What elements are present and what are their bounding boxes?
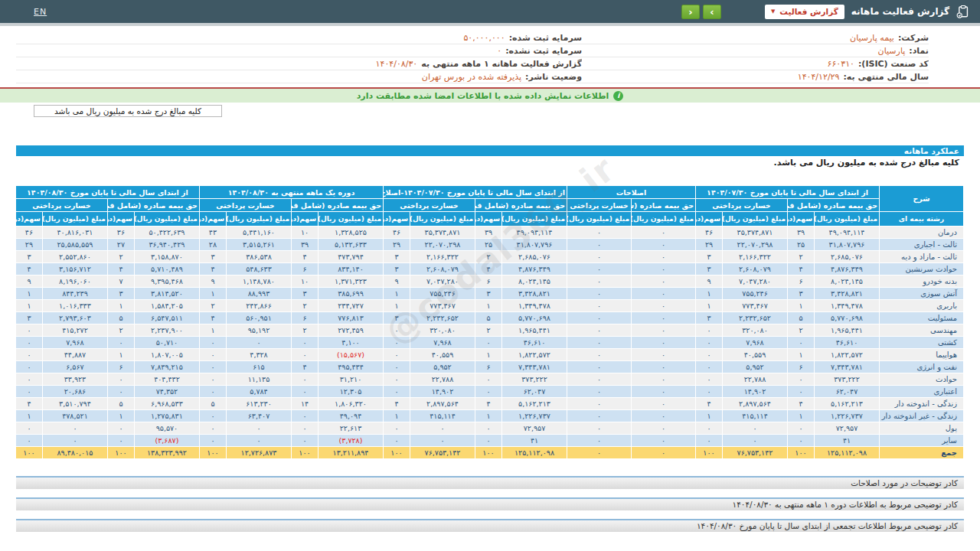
table-cell: ۰	[199, 337, 226, 349]
table-cell: ۱,۸۰۷,۰۰۵	[134, 349, 199, 361]
total-row-label: جمع	[880, 447, 964, 459]
table-cell: ۲,۸۹۷,۵۶۴	[410, 398, 475, 410]
table-cell: ۵۰,۴۲۲,۶۳۹	[134, 227, 199, 239]
table-cell: ۰	[632, 422, 696, 435]
table-cell: ۰	[15, 337, 42, 349]
language-link[interactable]: EN	[34, 7, 47, 17]
table-cell: ۰	[567, 447, 632, 459]
table-cell: ۴	[384, 398, 410, 410]
table-cell: ۰	[696, 386, 723, 398]
table-cell: ۰	[107, 337, 134, 349]
col-header-share: سهم(درصد)	[292, 212, 318, 227]
info-row: شرکت:بیمه پارسیانسرمایه ثبت شده:۵۰,۰۰۰,۰…	[16, 31, 929, 44]
footer-section-bar[interactable]: کادر توضیحی مربوط اطلاعات تجمعی از ابتدا…	[16, 519, 964, 532]
table-cell: ۵,۹۵۲	[410, 361, 475, 373]
table-cell: ۲	[292, 300, 318, 312]
table-cell: ۰	[42, 422, 107, 435]
table-cell: ۳۹	[292, 239, 318, 251]
table-cell: ۰	[567, 288, 632, 300]
table-cell: ۴	[475, 398, 502, 410]
next-report-button[interactable]: ›	[703, 5, 721, 19]
table-cell: ۲,۶۸۵,۰۷۶	[815, 251, 880, 263]
col-header-amount: مبلغ (میلیون ریال)	[723, 212, 788, 227]
table-cell: ۰	[292, 373, 318, 386]
table-cell: ۱	[696, 288, 723, 300]
table-cell: ۸,۰۲۴,۱۴۵	[815, 276, 880, 288]
monthly-activity-report-page: { "header": { "title": "گزارش فعالیت ماه…	[0, 0, 980, 551]
table-cell: ۴۷۸,۵۲۱	[42, 410, 107, 422]
table-cell: ۰	[788, 435, 815, 447]
table-row: ثالث - مازاد و دیه۲,۶۸۵,۰۷۶۲۲,۱۶۶,۳۲۲۳۰۰…	[15, 251, 963, 263]
table-cell: ۰	[696, 422, 723, 435]
table-cell: ۵,۱۶۲,۲۱۳	[502, 398, 567, 410]
col-group-adjustments: اصلاحات	[567, 186, 696, 199]
table-cell: ۳,۴۲۸,۸۲۱	[502, 288, 567, 300]
table-cell: ۲,۶۰۸,۰۷۹	[410, 263, 475, 276]
table-cell: ۶	[475, 361, 502, 373]
table-cell: ۲۲,۰۷۰,۲۹۸	[723, 239, 788, 251]
table-cell: ۲۲,۶۱۳	[318, 422, 384, 435]
table-cell: ۰	[567, 239, 632, 251]
report-type-dropdown[interactable]: گزارش فعالیت ▼	[765, 5, 844, 19]
table-cell: ۷	[107, 276, 134, 288]
table-cell: ۱۰۰	[15, 447, 42, 459]
table-cell: ۳,۱۵۶,۷۱۲	[42, 263, 107, 276]
table-cell: ۵	[475, 312, 502, 324]
table-cell: ۱	[475, 300, 502, 312]
table-cell: ۰	[632, 239, 696, 251]
table-cell: ۳	[292, 288, 318, 300]
table-cell: ۱,۲۷۵,۸۳۱	[134, 410, 199, 422]
line-of-business-cell: درمان	[880, 227, 964, 239]
info-value: ۶۶۰۳۱۰	[828, 59, 854, 69]
table-cell: ۰	[632, 361, 696, 373]
page-title: گزارش فعالیت ماهانه	[851, 6, 949, 17]
table-cell: ۲	[107, 324, 134, 337]
table-cell: ۰	[567, 373, 632, 386]
table-cell: ۰	[107, 422, 134, 435]
table-cell: ۰	[632, 337, 696, 349]
company-info-panel: شرکت:بیمه پارسیانسرمایه ثبت شده:۵۰,۰۰۰,۰…	[16, 31, 964, 83]
table-cell: ۴۷۳,۷۹۴	[318, 251, 384, 263]
table-cell: ۰	[723, 435, 788, 447]
table-cell: ۴۰,۵۵۹	[410, 349, 475, 361]
table-cell: ۰	[384, 373, 410, 386]
table-cell: ۰	[15, 324, 42, 337]
table-cell: ۳۳,۹۲۳	[42, 373, 107, 386]
table-cell: ۶	[292, 312, 318, 324]
table-cell: (۱۵,۵۶۷)	[318, 349, 384, 361]
table-cell: ۳	[788, 288, 815, 300]
table-cell: ۴	[696, 398, 723, 410]
units-note-row: کلیه مبالغ درج شده به میلیون ریال می باش…	[16, 156, 964, 169]
table-cell: ۷۵۵,۲۴۶	[410, 288, 475, 300]
footer-section-bar[interactable]: کادر توضیحی مربوط به اطلاعات دوره ۱ ماهه…	[16, 497, 964, 510]
table-cell: ۰	[15, 422, 42, 435]
table-cell: ۰	[292, 349, 318, 361]
table-cell: ۱	[696, 300, 723, 312]
col-header-amount: مبلغ (میلیون ریال)	[632, 212, 696, 227]
table-cell: ۶,۵۶۷	[42, 361, 107, 373]
table-cell: ۷۲,۹۵۷	[815, 422, 880, 435]
table-cell: ۴,۳۲۸	[227, 349, 292, 361]
table-cell: ۰	[384, 422, 410, 435]
table-cell: ۷۶,۷۵۳,۱۴۲	[723, 447, 788, 459]
previous-report-button[interactable]: ‹	[681, 5, 700, 19]
table-cell: ۴۰,۵۵۹	[723, 349, 788, 361]
spacer	[16, 169, 964, 185]
line-of-business-cell: ثالث - اجباری	[880, 239, 964, 251]
table-cell: ۳	[384, 263, 410, 276]
info-label: شرکت:	[898, 33, 929, 43]
table-cell: ۳,۵۱۰,۷۹۴	[42, 398, 107, 410]
table-cell: ۴۳	[199, 227, 226, 239]
footer-section-bar[interactable]: کادر توضیحات در مورد اصلاحات	[16, 476, 964, 489]
table-cell: ۷۴,۳۵۲	[134, 386, 199, 398]
info-row: نماد:پارسیانسرمایه ثبت نشده:۰	[16, 44, 929, 57]
table-cell: ۵,۷۷۰,۶۹۸	[815, 312, 880, 324]
table-cell: ۱۰	[292, 227, 318, 239]
table-cell: ۰	[632, 435, 696, 447]
table-cell: ۰	[292, 435, 318, 447]
col-header-amount: مبلغ (میلیون ریال)	[502, 212, 567, 227]
table-cell: ۰	[567, 300, 632, 312]
spacer	[0, 117, 980, 145]
table-cell: ۰	[199, 373, 226, 386]
table-cell: ۱,۹۶۵,۴۴۱	[502, 324, 567, 337]
